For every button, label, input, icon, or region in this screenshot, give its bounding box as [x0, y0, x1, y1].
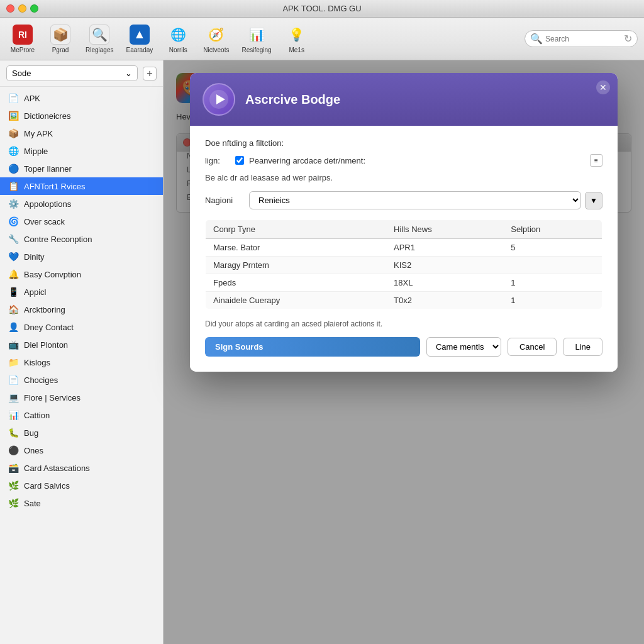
sidebar-item[interactable]: 🌿 Card Salvics [0, 477, 163, 494]
sidebar-item[interactable]: 🌿 Sate [0, 494, 163, 512]
search-input[interactable] [545, 35, 621, 43]
sidebar-item-label: Basy Convption [24, 270, 81, 279]
dialog-overlay: Ascrcive Bodge ✕ Doe nftding a filtction… [164, 60, 644, 644]
sidebar-dropdown[interactable]: Sode ⌄ [6, 65, 138, 81]
dialog-select[interactable]: Renieics [249, 191, 581, 209]
sidebar-item[interactable]: ⚙️ Appoloptions [0, 195, 163, 213]
sidebar-item-icon: ⚙️ [8, 198, 19, 209]
sidebar-item-label: Appicl [24, 287, 46, 297]
sidebar-item-label: Toper Ilanner [24, 164, 72, 174]
cancel-button[interactable]: Cancel [508, 338, 557, 356]
dialog-checkbox-label: Peanvering arcdace detr/nment: [249, 156, 585, 165]
rlegiages-icon: 🔍 [89, 25, 109, 45]
toolbar-item-pgrad[interactable]: 📦 Pgrad [44, 22, 77, 56]
sidebar-item[interactable]: 📄 APK [0, 89, 163, 107]
sidebar-item-label: Over scack [24, 217, 65, 226]
table-cell-col3: 5 [503, 239, 602, 257]
toolbar-item-mels[interactable]: 💡 Me1s [280, 22, 313, 56]
dialog-icon [203, 83, 235, 116]
sidebar-item-label: AFNTort1 Rvices [24, 182, 86, 191]
search-icon: 🔍 [530, 33, 543, 45]
sidebar-item[interactable]: 🌐 Mipple [0, 142, 163, 160]
line-button[interactable]: Line [563, 338, 602, 356]
sign-sourds-button[interactable]: Sign Sourds [205, 337, 420, 357]
dialog-table: Conrp Tyne Hills News Selption Marse. Ba… [205, 219, 602, 309]
sidebar-item[interactable]: 🌀 Over scack [0, 213, 163, 230]
table-cell-col2: 18XL [386, 274, 503, 292]
nictveots-icon: 🧭 [206, 25, 226, 45]
close-button[interactable] [6, 4, 14, 13]
sidebar-item[interactable]: 🗃️ Card Astascations [0, 459, 163, 477]
sidebar-item[interactable]: 🔧 Contre Reconption [0, 230, 163, 248]
sidebar-item[interactable]: 📄 Chociges [0, 371, 163, 389]
toolbar-item-resifeging[interactable]: 📊 Resifeging [238, 22, 275, 56]
toolbar-item-meprore[interactable]: RI MeProre [6, 22, 39, 56]
sidebar-item[interactable]: 👤 Dney Contact [0, 318, 163, 336]
sidebar-item-label: Arcktboring [24, 305, 65, 314]
dialog-close-button[interactable]: ✕ [596, 80, 610, 94]
sidebar-item-icon: 🖼️ [8, 110, 19, 121]
sidebar-item-icon: 🌐 [8, 145, 19, 157]
sidebar-item[interactable]: 💻 Flore | Services [0, 389, 163, 406]
table-row: Fpeds 18XL 1 [206, 274, 602, 292]
table-row: Maragy Prntem KIS2 [206, 257, 602, 274]
sidebar-item-icon: 💻 [8, 392, 19, 403]
sidebar-item-icon: ⚫ [8, 445, 19, 456]
sidebar-item-label: Diel Plonton [24, 340, 68, 350]
toolbar-label-meprore: MeProre [11, 47, 35, 53]
toolbar-item-eaaraday[interactable]: ▲ Eaaraday [122, 22, 157, 56]
maximize-button[interactable] [30, 4, 38, 13]
norrils-icon: 🌐 [168, 25, 188, 45]
sidebar-add-button[interactable]: + [143, 67, 157, 80]
table-cell-col3 [503, 257, 602, 274]
sidebar-item[interactable]: 📱 Appicl [0, 283, 163, 301]
sidebar-item[interactable]: 🔔 Basy Convption [0, 265, 163, 283]
sidebar: Sode ⌄ + 📄 APK 🖼️ Dictioneicres 📦 My APK… [0, 60, 164, 644]
plus-icon: + [147, 68, 152, 79]
sidebar-item[interactable]: 📦 My APK [0, 125, 163, 142]
dialog-align-label: lign: [205, 156, 230, 165]
sidebar-item-label: Dictioneicres [24, 111, 70, 121]
sidebar-item-icon: 📄 [8, 92, 19, 104]
toolbar-item-rlegiages[interactable]: 🔍 Rlegiages [82, 22, 117, 56]
sidebar-item-label: Bug [24, 428, 38, 438]
table-col2-header: Hills News [386, 220, 503, 239]
sidebar-item[interactable]: ⚫ Ones [0, 441, 163, 459]
sidebar-list: 📄 APK 🖼️ Dictioneicres 📦 My APK 🌐 Mipple… [0, 87, 163, 644]
meprore-icon: RI [13, 25, 33, 45]
dialog-titlebar: Ascrcive Bodge ✕ [190, 73, 618, 126]
dialog-list-icon[interactable]: ≡ [590, 154, 602, 167]
search-box[interactable]: 🔍 ↻ [525, 30, 638, 47]
toolbar-item-nictveots[interactable]: 🧭 Nictveots [199, 22, 233, 56]
dialog-desc: Be alc dr ad leasase ad wer pairps. [205, 173, 602, 182]
toolbar-item-norrils[interactable]: 🌐 Norrils [162, 22, 194, 56]
dialog-table-body: Marse. Bator APR1 5 Maragy Prntem KIS2 F… [206, 239, 602, 309]
sidebar-item[interactable]: 📺 Diel Plonton [0, 336, 163, 353]
sidebar-item-label: Cattion [24, 411, 50, 420]
came-mentls-select[interactable]: Came mentls [426, 337, 501, 357]
sidebar-item-icon: 🔔 [8, 269, 19, 280]
sidebar-item[interactable]: 🏠 Arcktboring [0, 301, 163, 318]
sidebar-item[interactable]: 🖼️ Dictioneicres [0, 107, 163, 125]
table-cell-col3: 1 [503, 292, 602, 309]
table-col1-header: Conrp Tyne [206, 220, 387, 239]
table-cell-col3: 1 [503, 274, 602, 292]
table-row: Ainaidele Cuerapy T0x2 1 [206, 292, 602, 309]
sidebar-item[interactable]: 📋 AFNTort1 Rvices [0, 177, 163, 195]
sidebar-item[interactable]: 💙 Dinity [0, 248, 163, 265]
toolbar-label-mels: Me1s [289, 47, 304, 53]
table-cell-col2: APR1 [386, 239, 503, 257]
minimize-button[interactable] [18, 4, 26, 13]
sidebar-item[interactable]: 🔵 Toper Ilanner [0, 160, 163, 177]
resifeging-icon: 📊 [247, 25, 267, 45]
toolbar-label-pgrad: Pgrad [52, 47, 69, 53]
sidebar-item-icon: 🗃️ [8, 462, 19, 474]
sidebar-item-label: Contre Reconption [24, 235, 92, 244]
sidebar-dropdown-label: Sode [12, 69, 31, 78]
sidebar-item[interactable]: 🐛 Bug [0, 424, 163, 441]
sidebar-item-label: Chociges [24, 375, 58, 385]
dialog-checkbox[interactable] [235, 156, 244, 165]
sidebar-item[interactable]: 📊 Cattion [0, 406, 163, 424]
sidebar-item[interactable]: 📁 Kislogs [0, 353, 163, 371]
dialog-select-arrow[interactable]: ▼ [585, 192, 602, 209]
